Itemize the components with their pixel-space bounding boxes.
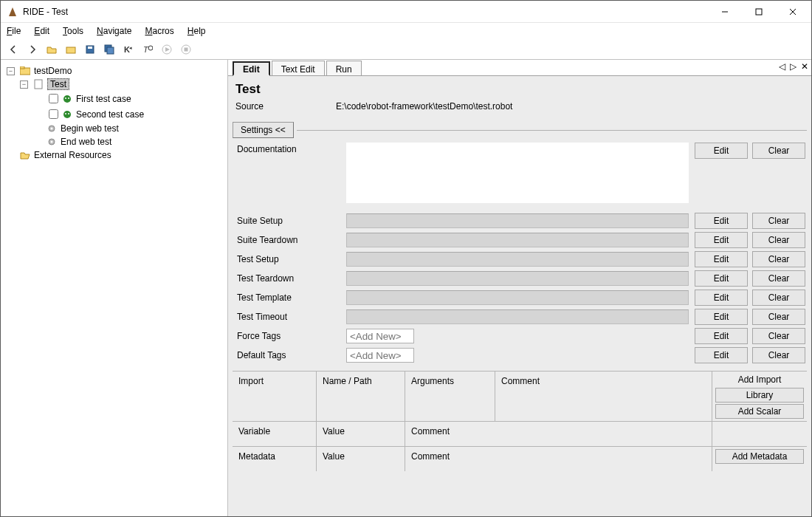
test-timeout-edit-button[interactable]: Edit xyxy=(695,309,748,325)
test-setup-field[interactable] xyxy=(346,252,689,267)
test-teardown-edit-button[interactable]: Edit xyxy=(695,270,748,287)
svg-rect-19 xyxy=(20,66,24,69)
force-tags-field[interactable] xyxy=(346,329,414,343)
suite-setup-clear-button[interactable]: Clear xyxy=(752,213,805,229)
tab-scroll-right-icon[interactable]: ▷ xyxy=(790,61,796,72)
menu-edit[interactable]: Edit xyxy=(34,26,49,36)
tree-root-testdemo[interactable]: − testDemo xyxy=(7,64,224,78)
svg-rect-17 xyxy=(185,47,188,51)
value-col-header: Value xyxy=(317,422,405,446)
import-grid: Import Name / Path Arguments Comment Add… xyxy=(233,371,807,421)
svg-point-23 xyxy=(68,97,69,99)
panel-title: Test xyxy=(235,82,807,97)
gear-icon xyxy=(46,136,58,148)
svg-marker-15 xyxy=(165,47,170,52)
menu-help[interactable]: Help xyxy=(187,26,206,36)
svg-point-21 xyxy=(63,95,71,103)
tree-item-label: End web test xyxy=(61,137,111,147)
tc-checkbox[interactable] xyxy=(49,109,58,119)
test-teardown-field[interactable] xyxy=(346,271,689,286)
default-tags-clear-button[interactable]: Clear xyxy=(752,347,805,363)
tree-suite-test[interactable]: − Test xyxy=(20,78,224,91)
force-tags-edit-button[interactable]: Edit xyxy=(695,328,748,344)
suite-teardown-edit-button[interactable]: Edit xyxy=(695,232,748,248)
suite-teardown-field[interactable] xyxy=(346,233,689,247)
app-icon xyxy=(7,6,18,18)
add-library-button[interactable]: Library xyxy=(715,388,804,403)
run-icon[interactable] xyxy=(159,41,175,58)
tree-kw-begin[interactable]: Begin web test xyxy=(33,122,224,135)
maximize-button[interactable] xyxy=(742,1,776,23)
page-icon xyxy=(32,78,44,90)
documentation-label: Documentation xyxy=(234,143,346,205)
name-path-col-header: Name / Path xyxy=(317,372,405,421)
tc-checkbox[interactable] xyxy=(49,94,58,103)
svg-point-24 xyxy=(63,111,71,118)
folder-icon[interactable] xyxy=(63,41,79,58)
settings-toggle-button[interactable]: Settings << xyxy=(233,122,294,138)
test-timeout-clear-button[interactable]: Clear xyxy=(752,309,805,325)
test-setup-edit-button[interactable]: Edit xyxy=(695,251,748,267)
search-test-icon[interactable]: T xyxy=(140,41,156,58)
save-icon[interactable] xyxy=(82,41,98,58)
menu-macros[interactable]: Macros xyxy=(145,26,173,36)
tree-kw-end[interactable]: End web test xyxy=(33,135,224,148)
suite-setup-field[interactable] xyxy=(346,213,689,228)
tree-tc-second[interactable]: Second test case xyxy=(33,106,224,122)
test-template-field[interactable] xyxy=(346,290,689,305)
test-teardown-clear-button[interactable]: Clear xyxy=(752,270,805,287)
menubar: File Edit Tools Navigate Macros Help xyxy=(1,23,811,39)
robot-icon xyxy=(61,109,73,120)
svg-rect-7 xyxy=(88,47,92,49)
add-metadata-button[interactable]: Add Metadata xyxy=(715,449,804,464)
project-tree[interactable]: − testDemo − Test F xyxy=(1,60,228,516)
suite-setup-edit-button[interactable]: Edit xyxy=(695,213,748,229)
variable-col-header: Variable xyxy=(233,422,317,446)
test-template-edit-button[interactable]: Edit xyxy=(695,290,748,306)
documentation-clear-button[interactable]: Clear xyxy=(752,143,805,159)
svg-point-25 xyxy=(65,113,66,114)
tab-edit[interactable]: Edit xyxy=(233,61,270,76)
default-tags-edit-button[interactable]: Edit xyxy=(695,347,748,363)
tab-run[interactable]: Run xyxy=(326,61,362,75)
suite-teardown-clear-button[interactable]: Clear xyxy=(752,232,805,248)
test-timeout-field[interactable] xyxy=(346,309,689,324)
tab-scroll-left-icon[interactable]: ◁ xyxy=(779,61,785,72)
documentation-field[interactable] xyxy=(346,143,689,203)
force-tags-clear-button[interactable]: Clear xyxy=(752,328,805,344)
test-setup-clear-button[interactable]: Clear xyxy=(752,251,805,267)
value-col-header: Value xyxy=(317,447,405,471)
svg-text:◂: ◂ xyxy=(129,45,132,50)
svg-point-13 xyxy=(148,46,153,50)
keyword-icon[interactable]: K◂ xyxy=(120,41,137,58)
tab-close-icon[interactable]: ✕ xyxy=(801,61,808,72)
svg-text:T: T xyxy=(143,45,149,54)
suite-setup-label: Suite Setup xyxy=(234,216,346,226)
minimize-button[interactable] xyxy=(708,1,742,23)
back-icon[interactable] xyxy=(5,41,21,58)
tree-suite-label: Test xyxy=(47,78,69,90)
test-template-clear-button[interactable]: Clear xyxy=(752,290,805,306)
tab-text-edit[interactable]: Text Edit xyxy=(272,61,325,75)
add-scalar-button[interactable]: Add Scalar xyxy=(715,404,804,419)
test-timeout-label: Test Timeout xyxy=(234,312,346,322)
stop-icon[interactable] xyxy=(178,41,194,58)
menu-tools[interactable]: Tools xyxy=(63,26,83,36)
metadata-col-header: Metadata xyxy=(233,447,317,471)
menu-file[interactable]: File xyxy=(7,26,21,36)
open-folder-icon[interactable] xyxy=(44,41,60,58)
comment-col-header: Comment xyxy=(495,372,712,421)
tree-item-label: Begin web test xyxy=(61,123,119,134)
documentation-edit-button[interactable]: Edit xyxy=(695,143,748,159)
tree-external-resources[interactable]: External Resources xyxy=(7,148,224,162)
default-tags-field[interactable] xyxy=(346,348,414,363)
close-button[interactable] xyxy=(776,1,810,23)
forward-icon[interactable] xyxy=(24,41,41,58)
metadata-grid: Metadata Value Comment Add Metadata xyxy=(233,446,807,471)
comment-col-header: Comment xyxy=(405,447,712,471)
tree-tc-first[interactable]: First test case xyxy=(33,91,224,106)
save-all-icon[interactable] xyxy=(101,41,117,58)
folder-open-icon xyxy=(19,149,31,161)
menu-navigate[interactable]: Navigate xyxy=(97,26,131,36)
import-col-header: Import xyxy=(233,372,317,421)
